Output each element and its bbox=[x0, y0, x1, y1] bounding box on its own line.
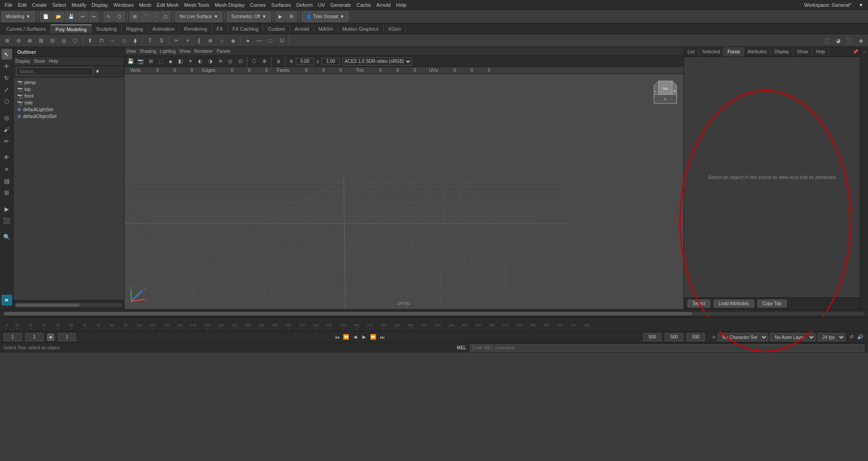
vp-tb-isolate[interactable]: ◎ bbox=[226, 57, 235, 66]
frame-input-3[interactable] bbox=[58, 333, 76, 341]
attr-tab-attributes[interactable]: Attributes bbox=[744, 47, 771, 56]
separate-tool-btn[interactable]: ⊖ bbox=[13, 35, 24, 46]
menu-select[interactable]: Select bbox=[50, 2, 69, 8]
menu-mesh[interactable]: Mesh bbox=[136, 2, 154, 8]
mirror-btn[interactable]: ⬡ bbox=[70, 35, 81, 46]
tree-item-default-light-set[interactable]: ⚙ defaultLightSet bbox=[14, 106, 124, 113]
tree-item-default-object-set[interactable]: ⚙ defaultObjectSet bbox=[14, 113, 124, 120]
vp-tb-grid[interactable]: ⊞ bbox=[146, 57, 155, 66]
tree-item-top[interactable]: 📷 top bbox=[14, 86, 124, 93]
color-profile-dropdown[interactable]: ACES 1.0 SDR-video (sRGB) bbox=[342, 57, 412, 66]
symmetry-dropdown[interactable]: Symmetry: Off ▼ bbox=[227, 12, 270, 22]
menu-create[interactable]: Create bbox=[29, 2, 50, 8]
menu-cache[interactable]: Cache bbox=[354, 2, 374, 8]
open-scene-btn[interactable]: 📂 bbox=[52, 12, 64, 22]
snap-point-btn[interactable]: · bbox=[152, 12, 160, 22]
attr-select-btn[interactable]: Select bbox=[688, 300, 710, 307]
frame-input-2[interactable] bbox=[25, 333, 43, 341]
menu-curves[interactable]: Curves bbox=[247, 2, 269, 8]
menu-mesh-tools[interactable]: Mesh Tools bbox=[181, 2, 212, 8]
user-account-dropdown[interactable]: 👤 Tyler Dossat ▼ bbox=[302, 12, 348, 22]
layer-btn[interactable]: ▤ bbox=[1, 175, 12, 186]
undo-btn[interactable]: ↩ bbox=[78, 12, 88, 22]
smooth-btn[interactable]: ◎ bbox=[58, 35, 69, 46]
menu-windows[interactable]: Windows bbox=[111, 2, 137, 8]
light-mode-btn[interactable]: ◈ bbox=[855, 35, 866, 46]
tab-animation[interactable]: Animation bbox=[148, 25, 180, 33]
sound-btn[interactable]: 🔊 bbox=[856, 333, 864, 341]
horizontal-scrollbar[interactable] bbox=[15, 303, 122, 307]
offset-btn[interactable]: ⧫ bbox=[130, 35, 141, 46]
vp-tb-shadow[interactable]: ◐ bbox=[196, 57, 205, 66]
menu-mesh-display[interactable]: Mesh Display bbox=[212, 2, 247, 8]
attr-tab-display[interactable]: Display bbox=[771, 47, 793, 56]
tree-item-persp[interactable]: 📷 persp bbox=[14, 79, 124, 86]
edge-mode-btn[interactable]: — bbox=[254, 35, 265, 46]
tab-arnold[interactable]: Arnold bbox=[290, 25, 314, 33]
character-set-dropdown[interactable]: No Character Set bbox=[717, 333, 768, 341]
fps-dropdown[interactable]: 24 fps bbox=[817, 333, 845, 341]
vp-tb-pause[interactable]: ⏸ bbox=[274, 57, 283, 66]
no-live-surface-dropdown[interactable]: No Live Surface ▼ bbox=[175, 12, 222, 22]
viewport-canvas[interactable]: persp top L R fr Y bbox=[124, 74, 683, 309]
vp-tb-save[interactable]: 💾 bbox=[126, 57, 135, 66]
mel-input[interactable] bbox=[470, 344, 864, 352]
new-scene-btn[interactable]: 📄 bbox=[40, 12, 52, 22]
snap-curve-btn[interactable]: ⌒ bbox=[141, 12, 152, 22]
anim-layer-dropdown[interactable]: No Anim Layer bbox=[770, 333, 816, 341]
outliner-search-input[interactable] bbox=[16, 67, 93, 75]
tab-rigging[interactable]: Rigging bbox=[122, 25, 148, 33]
menu-display[interactable]: Display bbox=[89, 2, 111, 8]
vp-menu-panels[interactable]: Panels bbox=[217, 49, 231, 54]
rotate-tool[interactable]: ↻ bbox=[1, 72, 12, 83]
svg-tool-btn[interactable]: S bbox=[156, 35, 167, 46]
attr-tab-help[interactable]: Help bbox=[812, 47, 830, 56]
gamma-input[interactable]: 1.00 bbox=[322, 58, 340, 65]
tab-motion-graphics[interactable]: Motion Graphics bbox=[338, 25, 384, 33]
go-to-start-btn[interactable]: ⏮ bbox=[333, 333, 341, 341]
connect-tool-btn[interactable]: + bbox=[182, 35, 193, 46]
channel-box-btn[interactable]: ≡ bbox=[1, 164, 12, 174]
search-tool-btn[interactable]: 🔍 bbox=[1, 231, 12, 242]
select-tool[interactable]: ↖ bbox=[1, 49, 12, 60]
vp-menu-shading[interactable]: Shading bbox=[140, 49, 157, 54]
play-forward-btn[interactable]: ▶ bbox=[360, 333, 368, 341]
range-start-input[interactable] bbox=[643, 333, 661, 341]
select-tool-btn[interactable]: ↖ bbox=[104, 12, 114, 22]
vp-tb-cam[interactable]: 📷 bbox=[136, 57, 145, 66]
attr-load-attributes-btn[interactable]: Load Attributes bbox=[714, 300, 754, 307]
vp-menu-show[interactable]: Show bbox=[179, 49, 190, 54]
workspace-dropdown-icon[interactable]: ▼ bbox=[856, 2, 866, 8]
outliner-menu-show[interactable]: Show bbox=[34, 59, 45, 64]
menu-arnold[interactable]: Arnold bbox=[374, 2, 394, 8]
save-scene-btn[interactable]: 💾 bbox=[65, 12, 77, 22]
exposure-input[interactable]: 0.00 bbox=[296, 58, 314, 65]
vp-tb-solid[interactable]: ■ bbox=[166, 57, 175, 66]
loop-btn[interactable]: ↺ bbox=[847, 333, 855, 341]
tab-fx-caching[interactable]: FX Caching bbox=[228, 25, 263, 33]
soft-mod-tool[interactable]: ◎ bbox=[1, 112, 12, 123]
vp-menu-view[interactable]: View bbox=[126, 49, 136, 54]
vp-menu-lighting[interactable]: Lighting bbox=[160, 49, 175, 54]
tree-item-side[interactable]: 📷 side bbox=[14, 99, 124, 106]
outliner-menu-help[interactable]: Help bbox=[49, 59, 58, 64]
text-tool-btn[interactable]: T bbox=[145, 35, 156, 46]
vp-tb-wire[interactable]: ⬚ bbox=[156, 57, 165, 66]
vp-tb-xray[interactable]: ⬡ bbox=[250, 57, 259, 66]
range-field-3[interactable] bbox=[687, 333, 705, 341]
snap-surface-btn[interactable]: ◻ bbox=[161, 12, 171, 22]
menu-edit-mesh[interactable]: Edit Mesh bbox=[154, 2, 181, 8]
step-forward-btn[interactable]: ⏩ bbox=[369, 333, 377, 341]
vp-tb-resolution[interactable]: ⊡ bbox=[236, 57, 245, 66]
scale-tool[interactable]: ⤢ bbox=[1, 84, 12, 95]
render-current-btn[interactable]: ▶ bbox=[275, 12, 285, 22]
workspace-mode-dropdown[interactable]: Modeling ▼ bbox=[2, 12, 35, 22]
wireframe-btn[interactable]: ⬚ bbox=[821, 35, 832, 46]
attr-tab-focus[interactable]: Focus bbox=[724, 47, 744, 56]
current-frame-input[interactable] bbox=[4, 333, 22, 341]
search-dropdown-icon[interactable]: ▼ bbox=[95, 69, 100, 74]
lasso-tool-btn[interactable]: ⬡ bbox=[114, 12, 125, 22]
combine-tool-btn[interactable]: ⊕ bbox=[2, 35, 13, 46]
step-back-btn[interactable]: ⏪ bbox=[342, 333, 350, 341]
menu-edit[interactable]: Edit bbox=[15, 2, 29, 8]
